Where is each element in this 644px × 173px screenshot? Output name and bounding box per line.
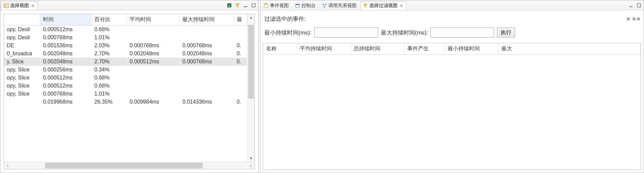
cell-name: opy, Slice (4, 74, 40, 82)
scroll-up-arrow-icon[interactable]: ▴ (247, 14, 255, 21)
col-max[interactable]: 最大持续时间 (180, 14, 234, 25)
table-row[interactable]: opy, Desli0.000512ms0.68% (4, 25, 247, 34)
tab-filter-view[interactable]: 选择过滤视图 ✕ (360, 1, 406, 10)
cell-percent: 2.03% (92, 42, 127, 50)
left-panel-body: 时间 百分比 平均时间 最大持续时间 最 opy, Desli0.000512m… (0, 10, 258, 173)
minimize-view-button[interactable] (628, 2, 634, 9)
col-total[interactable]: 总持续时间 (351, 43, 404, 55)
cell-max: 0.014336ms (180, 98, 234, 106)
cell-time: 0.000256ms (40, 66, 92, 74)
hscroll-thumb[interactable] (45, 163, 203, 168)
max-duration-input[interactable] (430, 27, 494, 38)
filter-result-table-container: 名称 平均持续时间 总持续时间 事件产生 最小持续时间 最大 (263, 43, 641, 170)
cell-avg: 0.002048ms (127, 50, 180, 58)
maximize-view-button[interactable] (250, 2, 257, 9)
cell-name: y, Slice (4, 58, 40, 66)
cell-min (234, 25, 247, 34)
horizontal-scrollbar[interactable]: ‹ › (4, 162, 255, 169)
export-excel-button[interactable]: x (226, 2, 233, 9)
svg-rect-0 (4, 4, 8, 8)
tab-console[interactable]: 控制台 (292, 1, 319, 10)
table-icon (3, 3, 9, 8)
maximize-view-button[interactable] (636, 2, 642, 9)
table-row[interactable]: 0_broadca0.002048ms2.70%0.002048ms0.0020… (4, 50, 247, 58)
close-icon[interactable]: ✕ (400, 3, 403, 8)
table-row[interactable]: y, Slice0.002048ms2.70%0.000512ms0.00076… (4, 58, 247, 66)
minimize-view-button[interactable] (242, 2, 249, 9)
col-max[interactable]: 最大 (498, 43, 641, 55)
tab-event-view[interactable]: 事件视图 (261, 1, 292, 10)
svg-rect-17 (629, 6, 633, 7)
cell-time: 0.019968ms (40, 98, 92, 106)
scroll-down-arrow-icon[interactable]: ▾ (247, 155, 255, 162)
col-name[interactable]: 名称 (263, 43, 297, 55)
cell-percent: 2.70% (92, 50, 127, 58)
select-view-table-container: 时间 百分比 平均时间 最大持续时间 最 opy, Desli0.000512m… (4, 14, 255, 169)
cell-min: 0. (234, 50, 247, 58)
table-row[interactable]: opy, Slice0.000512ms0.68% (4, 82, 247, 90)
cell-min: 0. (234, 58, 247, 66)
col-events[interactable]: 事件产生 (404, 43, 445, 55)
col-avg[interactable]: 平均持续时间 (297, 43, 351, 55)
cell-min: 0. (234, 42, 247, 50)
table-row[interactable]: opy, Slice0.000256ms0.34% (4, 66, 247, 74)
clear-all-filter-button[interactable]: ✖✖ (633, 16, 640, 22)
svg-rect-10 (265, 3, 267, 4)
col-min[interactable]: 最 (234, 14, 247, 25)
cell-min (234, 90, 247, 98)
tab-label: 选择过滤视图 (369, 3, 398, 9)
tab-select-view[interactable]: 选择视图 ✕ (1, 1, 38, 10)
cell-avg (127, 90, 180, 98)
cell-name: opy, Slice (4, 90, 40, 98)
max-duration-label: 最大持续时间(ms): (381, 29, 428, 37)
col-percent[interactable]: 百分比 (92, 14, 127, 25)
cell-avg: 0.000768ms (127, 42, 180, 50)
filter-funnel-button[interactable] (234, 2, 241, 9)
cell-avg: 0.009984ms (127, 98, 180, 106)
table-row[interactable]: 0.019968ms26.35%0.009984ms0.014336ms0. (4, 98, 247, 106)
cell-percent: 0.34% (92, 66, 127, 74)
cell-time: 0.000512ms (40, 74, 92, 82)
tab-label: 事件视图 (270, 3, 289, 9)
cell-max (180, 25, 234, 34)
table-row[interactable]: opy, Slice0.000768ms1.01% (4, 90, 247, 98)
close-icon[interactable]: ✕ (31, 3, 35, 8)
scroll-left-arrow-icon[interactable]: ‹ (4, 163, 11, 168)
table-row[interactable]: DE0.001536ms2.03%0.000768ms0.000768ms0. (4, 42, 247, 50)
svg-rect-8 (252, 4, 255, 7)
cell-avg (127, 66, 180, 74)
col-min[interactable]: 最小持续时间 (445, 43, 498, 55)
cell-time: 0.001536ms (40, 42, 92, 50)
cell-percent: 2.70% (92, 58, 127, 66)
scroll-thumb[interactable] (248, 25, 254, 99)
cell-name: opy, Slice (4, 82, 40, 90)
filter-result-table[interactable]: 名称 平均持续时间 总持续时间 事件产生 最小持续时间 最大 (263, 43, 641, 55)
execute-button[interactable]: 执行 (497, 27, 515, 38)
table-row[interactable]: opy, Slice0.000512ms0.68% (4, 74, 247, 82)
table-header-row: 名称 平均持续时间 总持续时间 事件产生 最小持续时间 最大 (263, 43, 641, 55)
cell-min (234, 82, 247, 90)
select-view-panel: 选择视图 ✕ x (0, 0, 259, 173)
col-name[interactable] (4, 14, 40, 25)
left-tabbar: 选择视图 ✕ x (0, 0, 258, 10)
right-toolbar (628, 2, 643, 9)
clear-filter-button[interactable]: ✖ (625, 16, 632, 22)
select-view-table[interactable]: 时间 百分比 平均时间 最大持续时间 最 opy, Desli0.000512m… (4, 14, 247, 106)
cell-max (180, 90, 234, 98)
min-duration-input[interactable] (314, 27, 378, 38)
cell-min (234, 34, 247, 42)
col-time[interactable]: 时间 (40, 14, 92, 25)
tab-call-relation[interactable]: 调用关系视图 (319, 1, 360, 10)
vertical-scrollbar[interactable]: ▴ ▾ (247, 14, 255, 162)
cell-max (180, 34, 234, 42)
filter-panel-body: 过滤选中的事件: ✖ ✖✖ 最小持续时间(ms): 最大持续时间(ms): 执行… (260, 10, 644, 173)
svg-marker-6 (235, 4, 239, 7)
tab-label: 控制台 (302, 3, 316, 9)
svg-rect-7 (244, 6, 247, 7)
table-row[interactable]: opy, Desli0.000768ms1.01% (4, 34, 247, 42)
cell-time: 0.000512ms (40, 82, 92, 90)
svg-rect-18 (637, 4, 641, 7)
col-avg[interactable]: 平均时间 (127, 14, 180, 25)
scroll-right-arrow-icon[interactable]: › (247, 163, 255, 168)
cell-name: DE (4, 42, 40, 50)
